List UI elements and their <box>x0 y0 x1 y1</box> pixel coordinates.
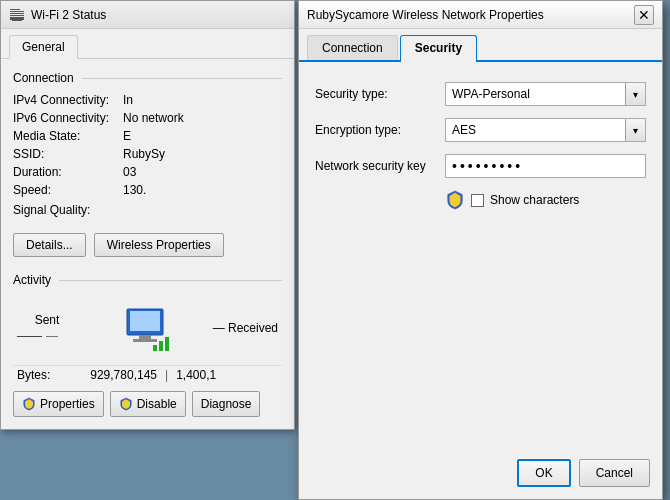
info-ipv4: IPv4 Connectivity: In <box>13 93 282 107</box>
sent-label: Sent — <box>17 313 77 343</box>
svg-rect-7 <box>130 311 160 331</box>
wifi-titlebar: Wi-Fi 2 Status <box>1 1 294 29</box>
bytes-recv-value: 1,400,1 <box>176 368 236 382</box>
security-type-label: Security type: <box>315 87 445 101</box>
ipv4-label: IPv4 Connectivity: <box>13 93 123 107</box>
props-titlebar: RubySycamore Wireless Network Properties… <box>299 1 662 29</box>
details-button[interactable]: Details... <box>13 233 86 257</box>
wifi-button-row: Details... Wireless Properties <box>13 233 282 257</box>
shield-icon-properties <box>22 397 36 411</box>
svg-rect-4 <box>10 17 24 20</box>
security-type-select[interactable]: WPA-Personal ▾ <box>445 82 646 106</box>
network-key-input[interactable] <box>445 154 646 178</box>
dialog-footer: OK Cancel <box>517 459 650 487</box>
properties-button[interactable]: Properties <box>13 391 104 417</box>
encryption-type-arrow: ▾ <box>625 119 645 141</box>
ipv6-value: No network <box>123 111 184 125</box>
show-characters-checkbox[interactable] <box>471 194 484 207</box>
wifi-status-window: Wi-Fi 2 Status General Connection IPv4 C… <box>0 0 295 430</box>
diagnose-button[interactable]: Diagnose <box>192 391 261 417</box>
info-speed: Speed: 130. <box>13 183 282 197</box>
bytes-label: Bytes: <box>17 368 67 382</box>
activity-section: Activity Sent — <box>13 273 282 384</box>
encryption-type-value: AES <box>446 123 625 137</box>
svg-rect-3 <box>10 15 24 16</box>
svg-rect-5 <box>12 20 22 21</box>
security-type-arrow: ▾ <box>625 83 645 105</box>
tab-security[interactable]: Security <box>400 35 477 62</box>
wifi-content: Connection IPv4 Connectivity: In IPv6 Co… <box>1 59 294 396</box>
svg-rect-2 <box>10 13 24 14</box>
ssid-value: RubySy <box>123 147 165 161</box>
bottom-buttons: Properties Disable Diagnose <box>13 391 282 417</box>
wifi-titlebar-icon <box>9 7 25 23</box>
props-dialog-title: RubySycamore Wireless Network Properties <box>307 8 544 22</box>
properties-dialog: RubySycamore Wireless Network Properties… <box>298 0 663 500</box>
signal-label: Signal Quality: <box>13 203 123 217</box>
wifi-tabs: General <box>1 29 294 59</box>
duration-value: 03 <box>123 165 136 179</box>
info-duration: Duration: 03 <box>13 165 282 179</box>
info-ipv6: IPv6 Connectivity: No network <box>13 111 282 125</box>
speed-label: Speed: <box>13 183 123 197</box>
encryption-type-label: Encryption type: <box>315 123 445 137</box>
cancel-button[interactable]: Cancel <box>579 459 650 487</box>
disable-button[interactable]: Disable <box>110 391 186 417</box>
properties-button-label: Properties <box>40 397 95 411</box>
tab-general[interactable]: General <box>9 35 78 59</box>
ipv6-label: IPv6 Connectivity: <box>13 111 123 125</box>
bytes-sent-value: 929,780,145 <box>67 368 157 382</box>
security-type-row: Security type: WPA-Personal ▾ <box>315 82 646 106</box>
recv-label: — Received <box>213 321 278 335</box>
wireless-properties-button[interactable]: Wireless Properties <box>94 233 224 257</box>
media-value: E <box>123 129 131 143</box>
security-type-value: WPA-Personal <box>446 87 625 101</box>
media-label: Media State: <box>13 129 123 143</box>
network-key-label: Network security key <box>315 159 445 173</box>
svg-rect-9 <box>133 339 157 342</box>
info-signal: Signal Quality: <box>13 203 282 217</box>
network-key-row: Network security key <box>315 154 646 178</box>
connection-section-label: Connection <box>13 71 282 85</box>
svg-rect-8 <box>139 335 151 339</box>
svg-rect-12 <box>165 337 169 351</box>
shield-badge-icon <box>445 190 465 210</box>
show-characters-row: Show characters <box>315 190 646 210</box>
svg-rect-10 <box>153 345 157 351</box>
ssid-label: SSID: <box>13 147 123 161</box>
shield-icon-disable <box>119 397 133 411</box>
activity-inner: Sent — <box>13 295 282 361</box>
encryption-type-row: Encryption type: AES ▾ <box>315 118 646 142</box>
bytes-divider: | <box>165 368 168 382</box>
wifi-window-title: Wi-Fi 2 Status <box>31 8 106 22</box>
disable-button-label: Disable <box>137 397 177 411</box>
props-tabs: Connection Security <box>299 29 662 62</box>
svg-rect-11 <box>159 341 163 351</box>
info-ssid: SSID: RubySy <box>13 147 282 161</box>
ok-button[interactable]: OK <box>517 459 570 487</box>
props-content: Security type: WPA-Personal ▾ Encryption… <box>299 62 662 230</box>
info-media: Media State: E <box>13 129 282 143</box>
svg-rect-1 <box>10 11 24 12</box>
encryption-type-select[interactable]: AES ▾ <box>445 118 646 142</box>
speed-value: 130. <box>123 183 146 197</box>
network-icon <box>115 303 175 353</box>
diagnose-button-label: Diagnose <box>201 397 252 411</box>
show-characters-label: Show characters <box>490 193 579 207</box>
tab-connection[interactable]: Connection <box>307 35 398 60</box>
ipv4-value: In <box>123 93 133 107</box>
bytes-row: Bytes: 929,780,145 | 1,400,1 <box>13 365 282 384</box>
activity-section-label: Activity <box>13 273 282 287</box>
close-button[interactable]: ✕ <box>634 5 654 25</box>
svg-rect-0 <box>10 9 20 10</box>
duration-label: Duration: <box>13 165 123 179</box>
